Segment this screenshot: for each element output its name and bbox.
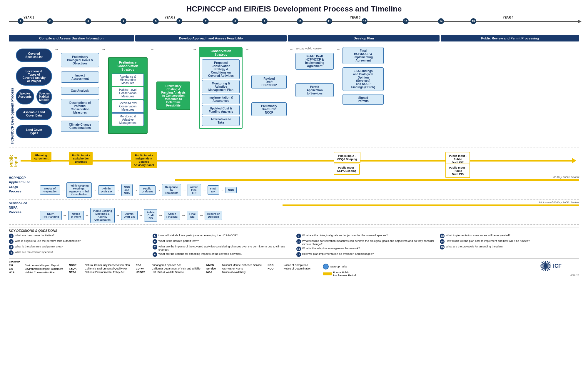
decision-12: 12 How will plan implementation be overs… (296, 252, 436, 257)
decision-num-1: 1 (9, 234, 14, 238)
final-eir: FinalEIR (208, 185, 219, 195)
year3-label: YEAR 3 (350, 16, 360, 19)
col-assessment: PreliminaryBiological Goals &Objectives … (61, 47, 99, 132)
decision-text-7: What are the impacts of the covered acti… (158, 245, 292, 251)
public-draft-eis-nepa: PublicDraftEIS (144, 209, 157, 222)
legend-service: ServiceUSFWS or NMFS (206, 267, 262, 270)
cons-strategy-items: ProposedConservationStrategy &Conditions… (200, 57, 242, 128)
node-3: 3 (85, 18, 91, 24)
col-final: FinalHCP/NCCP &ImplementingAgreement ESA… (343, 47, 384, 105)
legend-startup: Start-up Tasks (323, 264, 356, 269)
decisions-grid: 1 What are the covered activities? 2 Who… (9, 234, 579, 257)
decision-num-9: 9 (296, 234, 301, 238)
ceqa-arrow-8: → (220, 188, 224, 192)
arrow-7: → (336, 47, 340, 52)
key-decisions-section: KEY DECISIONS & QUESTIONS 1 What are the… (9, 227, 579, 257)
species-habitat-models: SpeciesHabitatModels (36, 89, 52, 104)
nepa-arrow-3: → (116, 213, 120, 218)
nepa-label: Service-LedNEPAProcess (9, 201, 38, 214)
nepa-section: Service-LedNEPAProcess Minimum of 45-Day… (9, 201, 579, 223)
col-prelim-strategy: PreliminaryConservationStrategy Avoidanc… (108, 57, 148, 134)
node-6: 6 (176, 18, 182, 24)
species-level: Species-LevelConservationMeasures (112, 100, 144, 113)
decision-text-14: How much will the plan cost to implement… (446, 239, 530, 244)
avoidance-min: Avoidance &MinimizationMeasures (112, 74, 144, 86)
ceqa-section: HCP/NCCPApplicant-LedCEQAProcess 60-Day … (9, 176, 579, 198)
planning-agreement-box: PlanningAgreement (29, 152, 53, 162)
revised-draft-hcp: RevisedDraftHCP/NCCP (251, 75, 287, 89)
public-draft-hcp: Public DraftHCP/NCCP &ImplementingAgreem… (295, 53, 334, 70)
ceqa-review-bar (175, 179, 579, 181)
ceqa-scoping-box: Public Input -CEQA Scoping (332, 152, 362, 163)
ceqa-arrow-2: → (93, 188, 97, 192)
record-decision: Record ofDecision (205, 211, 222, 220)
ceqa-row: HCP/NCCPApplicant-LedCEQAProcess 60-Day … (9, 176, 579, 198)
cons-strategy-main-box: ConservationStrategy ProposedConservatio… (199, 47, 243, 129)
ceqa-arrow-6: → (182, 188, 186, 192)
ceqa-content: 60-Day Public Review Notice ofPreparatio… (40, 176, 579, 198)
legend-hcp: HCPHabitat Conservation Plan (9, 271, 63, 274)
hcp-label: HCP/NCCP Development Process (9, 46, 16, 146)
decision-4: 4 What are the covered species? (9, 250, 148, 255)
separator-1 (9, 44, 579, 44)
legend-eis: EISEnvironmental Impact Statement (9, 267, 63, 270)
prelim-draft-hcp: PreliminaryDraft HCP/NCCP (251, 102, 287, 116)
separator-5 (9, 224, 579, 225)
phase-bar-3: Develop Plan (288, 35, 440, 41)
monitoring-adaptive-plan: Monitoring &AdaptiveManagement Plan (202, 80, 240, 93)
public-arrow-bar (21, 160, 573, 162)
node-2: 2 (47, 18, 53, 24)
admin-draft-eir: AdminDraft EIR (98, 185, 115, 195)
decision-text-15: What are the protocols for amending the … (446, 245, 503, 249)
decisions-col-4: 13 What implementation assurances will b… (440, 234, 579, 257)
admin-draft-eis: AdminDraft EIS (121, 211, 138, 220)
nepa-row: Service-LedNEPAProcess Minimum of 45-Day… (9, 201, 579, 223)
ceqa-arrow-3: → (116, 188, 120, 192)
key-decisions-title: KEY DECISIONS & QUESTIONS (9, 229, 579, 232)
nepa-arrow-5: → (158, 213, 163, 218)
arrow-1: → (54, 47, 59, 52)
decision-text-13: What implementation assurances will be r… (446, 234, 510, 238)
decision-text-11: What is the adaptive management framewor… (302, 247, 360, 251)
decision-num-13: 13 (440, 234, 445, 238)
decisions-col-1: 1 What are the covered activities? 2 Who… (9, 234, 148, 257)
legend-symbols: . Start-up Tasks Formal PublicInvolvemen… (323, 260, 356, 277)
decision-num-12: 12 (296, 252, 301, 257)
public-scoping-ceqa: Public ScopingMeetings,Agency & TribalCo… (66, 182, 92, 198)
arrow-2: → (101, 47, 106, 52)
decision-text-10: What feasible conservation measures can … (302, 239, 436, 246)
decision-text-8: What are the options for offsetting impa… (158, 252, 242, 257)
decision-text-6: What is the desired permit term? (158, 239, 199, 244)
decision-num-3: 3 (9, 245, 14, 249)
page-title: HCP/NCCP and EIR/EIS Development Process… (6, 4, 582, 14)
decision-7: 7 What are the impacts of the covered ac… (153, 245, 292, 251)
prelim-cons-strategy-box: PreliminaryConservationStrategy Avoidanc… (108, 57, 148, 134)
assemble-land-cover: Assemble LandCover Data (16, 108, 52, 120)
decision-6: 6 What is the desired permit term? (153, 239, 292, 244)
node-1: 1 (18, 18, 24, 24)
legend-col-1: EIREnvironmental Impact Report EISEnviro… (9, 264, 63, 274)
nepa-45-day-label: Minimum of 45-Day Public Review (40, 201, 579, 204)
legend-section: LEGEND EIREnvironmental Impact Report EI… (9, 258, 579, 277)
nepa-arrow-4: → (139, 213, 143, 218)
public-input-flow: PlanningAgreement Public Input -Stakehol… (21, 150, 579, 171)
prelim-bio-goals: PreliminaryBiological Goals &Objectives (61, 53, 99, 67)
startup-icon (323, 264, 329, 269)
stakeholder-briefings-box: Public Input -StakeholderBriefings (68, 152, 94, 165)
phase-bar-1: Compile and Assess Baseline Information (9, 35, 134, 41)
node-13: 13 (403, 18, 409, 24)
esa-findings: ESA Findingsand BiologicalOpinion(Servic… (343, 67, 384, 91)
signed-permits: SignedPermits (343, 94, 384, 105)
legend-col-5: . NOCNotice of Completion NODNotice of D… (268, 260, 311, 270)
page-container: HCP/NCCP and EIR/EIS Development Process… (0, 0, 588, 281)
nepa-scoping-box: Public Input -NEPA Scoping (332, 164, 361, 175)
implementation-assurances: Implementation &Assurances (202, 94, 240, 104)
decision-1: 1 What are the covered activities? (9, 234, 148, 238)
decision-num-2: 2 (9, 239, 14, 244)
public-scoping-nepa: Public ScopingMeetings &AgencyConsultati… (90, 208, 115, 223)
nod-ceqa: NOD (225, 187, 237, 193)
prelim-costing-box: PreliminaryCosting &Funding Analysisto C… (156, 81, 190, 110)
phase-bar-2: Develop Approach and Assess Feasibility (135, 35, 287, 41)
icf-logo: ICF (540, 260, 562, 272)
year4-label: YEAR 4 (503, 16, 513, 19)
